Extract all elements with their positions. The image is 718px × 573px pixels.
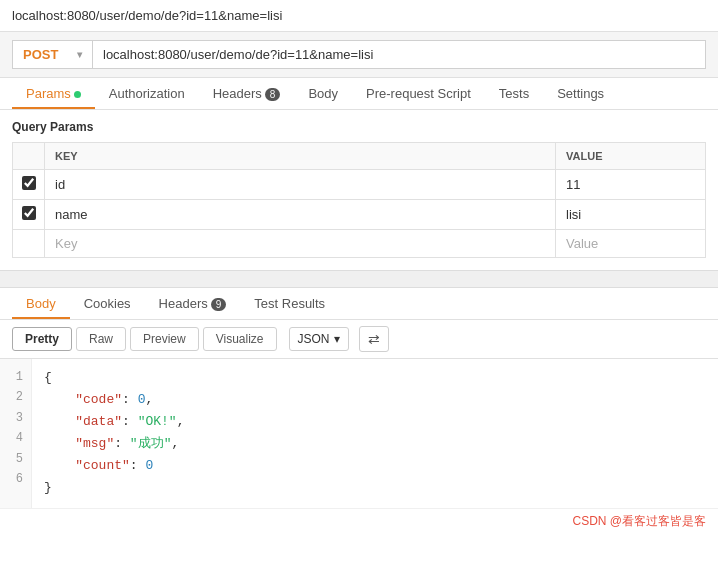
row3-value-placeholder[interactable]: Value	[556, 230, 706, 258]
params-dot	[74, 91, 81, 98]
line-num-3: 3	[0, 408, 31, 428]
view-btn-preview[interactable]: Preview	[130, 327, 199, 351]
resp-tab-testresults[interactable]: Test Results	[240, 288, 339, 319]
tab-body[interactable]: Body	[294, 78, 352, 109]
query-params-section: Query Params KEY VALUE id 11	[0, 110, 718, 258]
line-num-5: 5	[0, 449, 31, 469]
resp-headers-badge: 9	[211, 298, 227, 311]
code-line-5: "count": 0	[44, 455, 706, 477]
section-divider	[0, 270, 718, 288]
resp-tab-testresults-label: Test Results	[254, 296, 325, 311]
footer-watermark: CSDN @看客过客皆是客	[0, 508, 718, 534]
row2-key[interactable]: name	[45, 200, 556, 230]
params-table: KEY VALUE id 11 name lisi	[12, 142, 706, 258]
tab-tests[interactable]: Tests	[485, 78, 543, 109]
tab-prerequest[interactable]: Pre-request Script	[352, 78, 485, 109]
response-tabs: Body Cookies Headers9 Test Results	[0, 288, 718, 320]
code-line-3: "data": "OK!",	[44, 411, 706, 433]
tab-params[interactable]: Params	[12, 78, 95, 109]
code-content: { "code": 0, "data": "OK!", "msg": "成功",…	[32, 359, 718, 508]
code-line-6: }	[44, 477, 706, 499]
method-chevron-icon: ▾	[77, 49, 82, 60]
code-line-4: "msg": "成功",	[44, 433, 706, 455]
format-chevron-icon: ▾	[334, 332, 340, 346]
resp-tab-headers-label: Headers	[159, 296, 208, 311]
wrap-button[interactable]: ⇄	[359, 326, 389, 352]
view-btn-raw[interactable]: Raw	[76, 327, 126, 351]
tab-body-label: Body	[308, 86, 338, 101]
row1-checkbox[interactable]	[22, 176, 36, 190]
method-label: POST	[23, 47, 58, 62]
tab-settings-label: Settings	[557, 86, 604, 101]
col-key-header: KEY	[45, 143, 556, 170]
tab-headers[interactable]: Headers8	[199, 78, 295, 109]
row3-key-placeholder[interactable]: Key	[45, 230, 556, 258]
table-row: Key Value	[13, 230, 706, 258]
row3-checkbox-cell	[13, 230, 45, 258]
url-input[interactable]	[92, 40, 706, 69]
headers-badge: 8	[265, 88, 281, 101]
row2-checkbox[interactable]	[22, 206, 36, 220]
row2-checkbox-cell[interactable]	[13, 200, 45, 230]
tab-params-label: Params	[26, 86, 71, 101]
tab-authorization[interactable]: Authorization	[95, 78, 199, 109]
resp-tab-body[interactable]: Body	[12, 288, 70, 319]
request-tabs: Params Authorization Headers8 Body Pre-r…	[0, 78, 718, 110]
tab-prerequest-label: Pre-request Script	[366, 86, 471, 101]
code-area: 1 2 3 4 5 6 { "code": 0, "data": "OK!", …	[0, 359, 718, 508]
col-value-header: VALUE	[556, 143, 706, 170]
top-url-display: localhost:8080/user/demo/de?id=11&name=l…	[0, 0, 718, 32]
table-row: id 11	[13, 170, 706, 200]
resp-tab-cookies-label: Cookies	[84, 296, 131, 311]
request-bar: POST ▾	[0, 32, 718, 78]
line-num-2: 2	[0, 387, 31, 407]
resp-tab-headers[interactable]: Headers9	[145, 288, 241, 319]
line-num-4: 4	[0, 428, 31, 448]
row1-value[interactable]: 11	[556, 170, 706, 200]
line-numbers: 1 2 3 4 5 6	[0, 359, 32, 508]
wrap-icon: ⇄	[368, 331, 380, 347]
view-btn-pretty[interactable]: Pretty	[12, 327, 72, 351]
row1-checkbox-cell[interactable]	[13, 170, 45, 200]
tab-tests-label: Tests	[499, 86, 529, 101]
query-params-title: Query Params	[12, 116, 706, 138]
row1-key[interactable]: id	[45, 170, 556, 200]
code-line-1: {	[44, 367, 706, 389]
method-select[interactable]: POST ▾	[12, 40, 92, 69]
line-num-1: 1	[0, 367, 31, 387]
tab-authorization-label: Authorization	[109, 86, 185, 101]
table-row: name lisi	[13, 200, 706, 230]
col-checkbox	[13, 143, 45, 170]
response-toolbar: Pretty Raw Preview Visualize JSON ▾ ⇄	[0, 320, 718, 359]
tab-headers-label: Headers	[213, 86, 262, 101]
format-label: JSON	[298, 332, 330, 346]
top-url-text: localhost:8080/user/demo/de?id=11&name=l…	[12, 8, 282, 23]
view-btn-visualize[interactable]: Visualize	[203, 327, 277, 351]
code-line-2: "code": 0,	[44, 389, 706, 411]
tab-settings[interactable]: Settings	[543, 78, 618, 109]
row2-value[interactable]: lisi	[556, 200, 706, 230]
watermark-text: CSDN @看客过客皆是客	[572, 514, 706, 528]
resp-tab-cookies[interactable]: Cookies	[70, 288, 145, 319]
format-select[interactable]: JSON ▾	[289, 327, 349, 351]
resp-tab-body-label: Body	[26, 296, 56, 311]
line-num-6: 6	[0, 469, 31, 489]
